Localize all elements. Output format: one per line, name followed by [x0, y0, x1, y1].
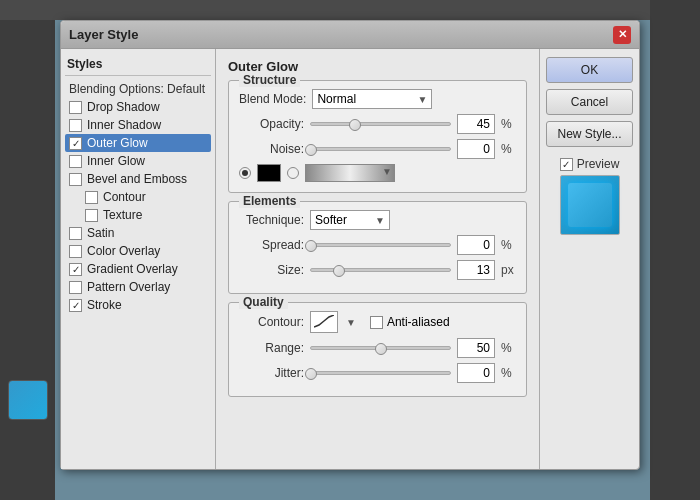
jitter-input[interactable]	[457, 363, 495, 383]
sidebar-item-inner-shadow[interactable]: Inner Shadow	[65, 116, 211, 134]
size-slider[interactable]	[310, 268, 451, 272]
contour-label: Contour	[103, 190, 146, 204]
opacity-slider-container	[310, 122, 451, 126]
range-label: Range:	[239, 341, 304, 355]
size-label: Size:	[239, 263, 304, 277]
new-style-button[interactable]: New Style...	[546, 121, 633, 147]
blend-mode-label: Blend Mode:	[239, 92, 306, 106]
inner-shadow-label: Inner Shadow	[87, 118, 161, 132]
contour-swatch[interactable]	[310, 311, 338, 333]
color-radio[interactable]	[239, 167, 251, 179]
technique-dropdown[interactable]: Softer ▼	[310, 210, 390, 230]
size-thumb[interactable]	[333, 265, 345, 277]
noise-input[interactable]	[457, 139, 495, 159]
preview-thumbnail	[560, 175, 620, 235]
preview-checkbox[interactable]	[560, 158, 573, 171]
size-input[interactable]	[457, 260, 495, 280]
noise-slider[interactable]	[310, 147, 451, 151]
size-unit: px	[501, 263, 516, 277]
gradient-swatch[interactable]: ▼	[305, 164, 395, 182]
quality-section: Quality Contour: ▼ Anti-aliased	[228, 302, 527, 397]
blend-mode-value: Normal	[317, 92, 356, 106]
quality-contour-label: Contour:	[239, 315, 304, 329]
close-button[interactable]: ✕	[613, 26, 631, 44]
size-row: Size: px	[239, 260, 516, 280]
noise-unit: %	[501, 142, 516, 156]
elements-label: Elements	[239, 194, 300, 208]
jitter-label: Jitter:	[239, 366, 304, 380]
color-overlay-checkbox[interactable]	[69, 245, 82, 258]
range-thumb[interactable]	[375, 343, 387, 355]
cancel-button[interactable]: Cancel	[546, 89, 633, 115]
quality-label: Quality	[239, 295, 288, 309]
color-swatch[interactable]	[257, 164, 281, 182]
sidebar-item-texture[interactable]: Texture	[65, 206, 211, 224]
jitter-thumb[interactable]	[305, 368, 317, 380]
range-input[interactable]	[457, 338, 495, 358]
sidebar-item-color-overlay[interactable]: Color Overlay	[65, 242, 211, 260]
outer-glow-checkbox[interactable]	[69, 137, 82, 150]
anti-alias-label: Anti-aliased	[387, 315, 450, 329]
anti-alias-checkbox[interactable]	[370, 316, 383, 329]
blend-mode-row: Blend Mode: Normal ▼	[239, 89, 516, 109]
sidebar-item-drop-shadow[interactable]: Drop Shadow	[65, 98, 211, 116]
satin-checkbox[interactable]	[69, 227, 82, 240]
opacity-row: Opacity: %	[239, 114, 516, 134]
opacity-unit: %	[501, 117, 516, 131]
satin-label: Satin	[87, 226, 114, 240]
stroke-checkbox[interactable]	[69, 299, 82, 312]
blend-mode-arrow: ▼	[417, 94, 427, 105]
gradient-radio[interactable]	[287, 167, 299, 179]
spread-input[interactable]	[457, 235, 495, 255]
sidebar-item-inner-glow[interactable]: Inner Glow	[65, 152, 211, 170]
gradient-overlay-checkbox[interactable]	[69, 263, 82, 276]
ok-button[interactable]: OK	[546, 57, 633, 83]
jitter-slider[interactable]	[310, 371, 451, 375]
preview-label-row: Preview	[560, 157, 620, 171]
opacity-thumb[interactable]	[349, 119, 361, 131]
layer-style-dialog: Layer Style ✕ Styles Blending Options: D…	[60, 20, 640, 470]
sidebar-item-stroke[interactable]: Stroke	[65, 296, 211, 314]
range-unit: %	[501, 341, 516, 355]
opacity-label: Opacity:	[239, 117, 304, 131]
drop-shadow-checkbox[interactable]	[69, 101, 82, 114]
noise-slider-container	[310, 147, 451, 151]
color-overlay-label: Color Overlay	[87, 244, 160, 258]
sidebar-item-satin[interactable]: Satin	[65, 224, 211, 242]
sidebar-item-outer-glow[interactable]: Outer Glow	[65, 134, 211, 152]
section-title: Outer Glow	[228, 59, 527, 74]
pattern-overlay-label: Pattern Overlay	[87, 280, 170, 294]
quality-contour-row: Contour: ▼ Anti-aliased	[239, 311, 516, 333]
bevel-emboss-checkbox[interactable]	[69, 173, 82, 186]
pattern-overlay-checkbox[interactable]	[69, 281, 82, 294]
sidebar-item-blending-options[interactable]: Blending Options: Default	[65, 80, 211, 98]
sidebar-item-pattern-overlay[interactable]: Pattern Overlay	[65, 278, 211, 296]
inner-shadow-checkbox[interactable]	[69, 119, 82, 132]
inner-glow-checkbox[interactable]	[69, 155, 82, 168]
inner-glow-label: Inner Glow	[87, 154, 145, 168]
contour-dropdown-arrow: ▼	[346, 317, 356, 328]
texture-checkbox[interactable]	[85, 209, 98, 222]
sidebar-item-contour[interactable]: Contour	[65, 188, 211, 206]
spread-thumb[interactable]	[305, 240, 317, 252]
technique-label: Technique:	[239, 213, 304, 227]
contour-checkbox[interactable]	[85, 191, 98, 204]
opacity-input[interactable]	[457, 114, 495, 134]
blend-mode-dropdown[interactable]: Normal ▼	[312, 89, 432, 109]
gradient-overlay-label: Gradient Overlay	[87, 262, 178, 276]
range-slider[interactable]	[310, 346, 451, 350]
spread-label: Spread:	[239, 238, 304, 252]
spread-slider[interactable]	[310, 243, 451, 247]
spread-slider-container	[310, 243, 451, 247]
noise-thumb[interactable]	[305, 144, 317, 156]
sidebar-item-gradient-overlay[interactable]: Gradient Overlay	[65, 260, 211, 278]
gradient-arrow: ▼	[382, 166, 392, 177]
jitter-unit: %	[501, 366, 516, 380]
opacity-slider[interactable]	[310, 122, 451, 126]
range-row: Range: %	[239, 338, 516, 358]
dialog-title: Layer Style	[69, 27, 138, 42]
technique-value: Softer	[315, 213, 347, 227]
sidebar-item-bevel-emboss[interactable]: Bevel and Emboss	[65, 170, 211, 188]
preview-square	[568, 183, 612, 227]
structure-section: Structure Blend Mode: Normal ▼ Opacity:	[228, 80, 527, 193]
